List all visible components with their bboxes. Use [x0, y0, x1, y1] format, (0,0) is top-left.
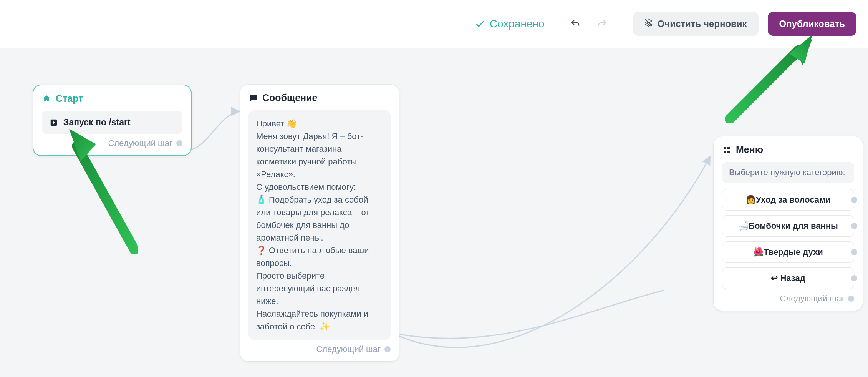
node-menu-header: Меню: [722, 144, 854, 155]
grid-icon: [722, 145, 731, 154]
menu-option-bath[interactable]: 🛁Бомбочки для ванны: [722, 215, 854, 237]
node-menu[interactable]: Меню Выберите нужную категорию: 👩Уход за…: [714, 136, 863, 311]
node-start-title: Старт: [56, 93, 83, 104]
topbar: Сохранено Очистить черновик: [0, 0, 868, 48]
node-start-header: Старт: [42, 93, 182, 104]
svg-rect-2: [727, 147, 730, 149]
connector-message-menu: [396, 144, 722, 377]
publish-label: Опубликовать: [779, 18, 845, 29]
menu-option-hair[interactable]: 👩Уход за волосами: [722, 189, 854, 211]
node-message-header: Сообщение: [248, 92, 391, 103]
connector-dot[interactable]: [176, 140, 182, 146]
start-next-step[interactable]: Следующий шаг: [42, 138, 182, 148]
chat-icon: [248, 93, 258, 103]
menu-option-label: ↩ Назад: [771, 273, 805, 283]
start-next-step-label: Следующий шаг: [108, 138, 172, 148]
svg-rect-3: [724, 151, 726, 153]
svg-rect-1: [724, 147, 726, 149]
menu-next-step-label: Следующий шаг: [780, 294, 844, 304]
menu-option-label: 🌺Твердые духи: [753, 247, 823, 257]
menu-option-label: 👩Уход за волосами: [745, 195, 831, 204]
clear-draft-label: Очистить черновик: [658, 18, 747, 29]
node-message-title: Сообщение: [262, 92, 317, 103]
saved-label: Сохранено: [490, 18, 545, 30]
node-start[interactable]: Старт Запуск по /start Следующий шаг: [33, 85, 192, 156]
message-next-step[interactable]: Следующий шаг: [248, 344, 391, 354]
connector-dot[interactable]: [851, 249, 857, 255]
saved-indicator: Сохранено: [475, 18, 545, 30]
connector-start-message: [187, 104, 244, 158]
connector-dot[interactable]: [851, 275, 857, 281]
check-icon: [475, 19, 485, 29]
flow-canvas[interactable]: Старт Запуск по /start Следующий шаг: [0, 48, 868, 377]
publish-button[interactable]: Опубликовать: [768, 12, 856, 36]
menu-category-prompt: Выберите нужную категорию:: [722, 162, 854, 183]
menu-option-back[interactable]: ↩ Назад: [722, 267, 854, 289]
message-body[interactable]: Привет 👋 Меня зовут Дарья! Я – бот-консу…: [248, 110, 391, 340]
menu-option-label: 🛁Бомбочки для ванны: [738, 221, 838, 231]
clear-draft-button[interactable]: Очистить черновик: [633, 12, 759, 36]
svg-rect-4: [727, 151, 730, 153]
node-message[interactable]: Сообщение Привет 👋 Меня зовут Дарья! Я –…: [240, 85, 399, 361]
node-menu-title: Меню: [736, 144, 763, 155]
connector-dot[interactable]: [384, 346, 391, 352]
start-trigger[interactable]: Запуск по /start: [42, 111, 182, 134]
start-trigger-label: Запуск по /start: [63, 117, 131, 128]
connector-dot[interactable]: [848, 296, 854, 302]
play-icon: [50, 118, 58, 127]
home-icon: [42, 94, 51, 103]
layers-off-icon: [644, 18, 653, 29]
menu-next-step[interactable]: Следующий шаг: [722, 294, 854, 304]
menu-option-perfume[interactable]: 🌺Твердые духи: [722, 241, 854, 263]
undo-button[interactable]: [568, 16, 583, 32]
message-next-step-label: Следующий шаг: [316, 344, 381, 354]
redo-button[interactable]: [595, 16, 610, 32]
connector-dot[interactable]: [851, 223, 857, 229]
history-controls: [568, 16, 610, 32]
connector-dot[interactable]: [851, 197, 857, 203]
